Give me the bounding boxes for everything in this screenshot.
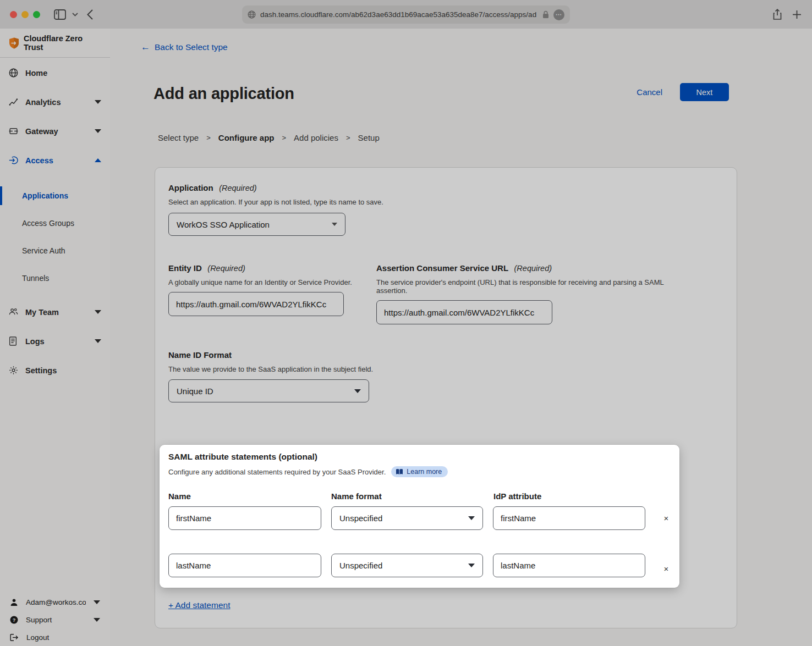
cancel-button[interactable]: Cancel: [637, 87, 662, 97]
statement-name-input[interactable]: [168, 506, 321, 530]
column-header-format: Name format: [331, 492, 382, 501]
main-content: ← Back to Select type Add an application…: [110, 29, 812, 646]
learn-more-badge[interactable]: Learn more: [391, 466, 448, 477]
application-select-value: WorkOS SSO Application: [177, 220, 270, 229]
gear-icon: [9, 366, 18, 375]
step-separator: >: [206, 134, 211, 142]
window-zoom-button[interactable]: [33, 11, 40, 18]
entity-id-desc: A globally unique name for an Identity o…: [168, 278, 366, 286]
account-menu[interactable]: Adam@workos.com...: [0, 593, 110, 611]
sidebar-item-label: Analytics: [25, 98, 87, 107]
sidebar-subitem-label: Service Auth: [22, 246, 65, 255]
sidebar-item-label: Settings: [25, 366, 101, 375]
chevron-down-icon: [95, 339, 101, 343]
gateway-icon: [9, 126, 18, 136]
back-navigation-icon[interactable]: [87, 0, 93, 29]
help-icon: ?: [10, 616, 18, 624]
page-title: Add an application: [153, 85, 294, 103]
sidebar-subitem-label: Applications: [22, 191, 68, 200]
statement-idp-input[interactable]: [493, 554, 645, 577]
entity-id-input[interactable]: [168, 292, 344, 316]
sidebar-item-service-auth[interactable]: Service Auth: [0, 237, 110, 264]
application-select[interactable]: WorkOS SSO Application: [168, 213, 345, 236]
chevron-down-icon: [95, 129, 101, 133]
chevron-down-icon: [95, 100, 101, 104]
caret-down-icon: [468, 564, 475, 567]
sidebar-item-logs[interactable]: Logs: [0, 327, 110, 356]
share-icon[interactable]: [772, 0, 782, 29]
entity-id-label: Entity ID: [168, 263, 202, 273]
chevron-down-icon: [95, 310, 101, 314]
logout-button[interactable]: Logout: [0, 628, 110, 646]
step-add-policies[interactable]: Add policies: [294, 133, 338, 142]
configure-app-card: Application (Required) Select an applica…: [155, 167, 737, 628]
lock-icon: [542, 10, 549, 19]
step-separator: >: [346, 134, 350, 142]
next-button[interactable]: Next: [680, 83, 729, 101]
caret-down-icon: [468, 516, 475, 520]
column-header-name: Name: [168, 492, 191, 501]
brand-label: Cloudflare Zero Trust: [24, 34, 101, 52]
caret-down-icon: [332, 223, 337, 226]
column-header-idp: IdP attribute: [493, 492, 541, 501]
book-icon: [396, 468, 403, 475]
breadcrumb-steps: Select type > Configure app > Add polici…: [158, 133, 380, 142]
chevron-down-icon: [94, 600, 100, 604]
chevron-up-icon: [95, 158, 101, 162]
chevron-down-icon: [94, 618, 100, 622]
add-statement-link[interactable]: + Add statement: [168, 600, 230, 610]
saml-attribute-statements-card: SAML attribute statements (optional) Con…: [160, 445, 679, 588]
sidebar-item-tunnels[interactable]: Tunnels: [0, 264, 110, 292]
sidebar-item-gateway[interactable]: Gateway: [0, 117, 110, 146]
sidebar-item-label: Access: [25, 156, 87, 165]
sidebar-item-analytics[interactable]: Analytics: [0, 87, 110, 117]
saml-title: SAML attribute statements (optional): [168, 452, 317, 462]
statement-format-value: Unspecified: [339, 561, 382, 570]
sidebar-toggle-icon[interactable]: [54, 0, 66, 29]
sidebar-item-access[interactable]: Access: [0, 146, 110, 175]
name-id-format-desc: The value we provide to the SaaS applica…: [168, 365, 498, 373]
support-label: Support: [26, 616, 86, 624]
address-bar[interactable]: dash.teams.cloudflare.com/ab62d3ae63dd1b…: [242, 5, 570, 24]
name-id-format-label: Name ID Format: [168, 350, 232, 360]
step-select-type[interactable]: Select type: [158, 133, 199, 142]
application-desc: Select an application. If your app is no…: [168, 198, 498, 206]
step-configure-app[interactable]: Configure app: [218, 133, 275, 142]
name-id-format-select[interactable]: Unique ID: [168, 379, 369, 402]
sidebar-subitem-label: Access Groups: [22, 219, 74, 228]
new-tab-icon[interactable]: [792, 0, 802, 29]
back-link-label: Back to Select type: [155, 42, 228, 52]
statement-idp-input[interactable]: [493, 506, 645, 530]
sidebar-item-applications[interactable]: Applications: [0, 182, 110, 209]
remove-statement-button[interactable]: ×: [660, 562, 672, 575]
sidebar-item-home[interactable]: Home: [0, 58, 110, 87]
window-minimize-button[interactable]: [21, 11, 29, 18]
people-icon: [9, 307, 18, 317]
statement-format-select[interactable]: Unspecified: [331, 554, 483, 577]
caret-down-icon: [354, 389, 361, 393]
sidebar-item-access-groups[interactable]: Access Groups: [0, 209, 110, 237]
logout-icon: [10, 633, 19, 642]
step-setup[interactable]: Setup: [358, 133, 380, 142]
chevron-down-icon[interactable]: [72, 0, 78, 29]
acs-url-input[interactable]: [376, 300, 552, 324]
statement-name-input[interactable]: [168, 554, 321, 577]
brand: Cloudflare Zero Trust: [0, 29, 110, 58]
window-close-button[interactable]: [10, 11, 17, 18]
remove-statement-button[interactable]: ×: [660, 512, 672, 524]
statement-row: Unspecified ×: [160, 506, 679, 530]
application-label: Application: [168, 183, 213, 192]
user-icon: [10, 598, 18, 606]
logout-label: Logout: [26, 633, 100, 642]
statement-format-select[interactable]: Unspecified: [331, 506, 483, 530]
statement-row: Unspecified ×: [160, 554, 679, 577]
acs-url-desc: The service provider's endpoint (URL) th…: [376, 278, 695, 295]
page-settings-icon[interactable]: ⋯: [553, 9, 564, 20]
sidebar-item-my-team[interactable]: My Team: [0, 297, 110, 327]
account-email: Adam@workos.com...: [26, 598, 86, 606]
statement-format-value: Unspecified: [339, 514, 382, 523]
support-menu[interactable]: ? Support: [0, 611, 110, 628]
back-to-select-type-link[interactable]: ← Back to Select type: [141, 42, 228, 53]
sidebar-item-settings[interactable]: Settings: [0, 356, 110, 385]
globe-icon: [9, 68, 18, 78]
